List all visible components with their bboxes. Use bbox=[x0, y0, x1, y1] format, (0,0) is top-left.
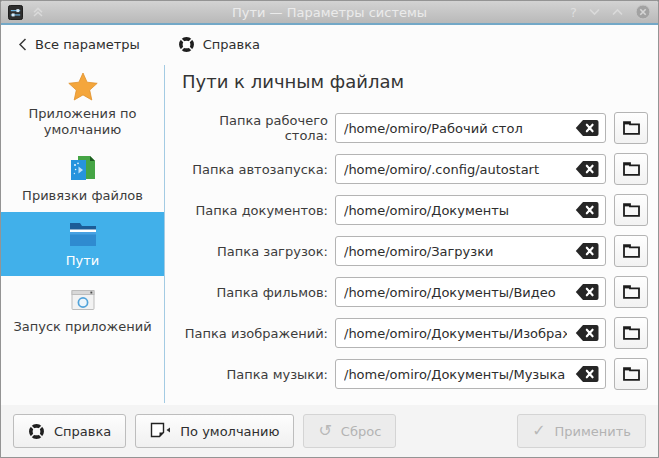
titlebar[interactable]: Пути — Параметры системы ? bbox=[1, 1, 658, 25]
all-settings-button[interactable]: Все параметры bbox=[18, 37, 140, 52]
life-buoy-icon bbox=[28, 423, 45, 440]
clear-text-icon[interactable] bbox=[575, 120, 599, 137]
help-button-label: Справка bbox=[54, 424, 111, 439]
path-input[interactable] bbox=[335, 359, 606, 389]
undo-icon: ↺ bbox=[318, 423, 331, 439]
sidebar-item-label: Приложения по умолчанию bbox=[5, 106, 160, 137]
browse-folder-button[interactable] bbox=[614, 358, 648, 390]
minimize-button[interactable] bbox=[589, 8, 600, 16]
path-label: Папка музыки: bbox=[182, 367, 328, 382]
window-title: Пути — Параметры системы bbox=[1, 5, 658, 20]
document-revert-icon bbox=[150, 422, 171, 440]
page-title: Пути к личным файлам bbox=[182, 71, 648, 92]
life-buoy-icon bbox=[178, 36, 195, 53]
path-input-wrap bbox=[335, 277, 606, 307]
path-label: Папка документов: bbox=[182, 203, 328, 218]
star-icon bbox=[67, 71, 99, 103]
path-row-movies: Папка фильмов: bbox=[182, 276, 648, 308]
clear-text-icon[interactable] bbox=[575, 325, 599, 342]
sidebar: Приложения по умолчанию Привязки файлов bbox=[1, 63, 164, 405]
browse-folder-button[interactable] bbox=[614, 194, 648, 226]
defaults-button[interactable]: По умолчанию bbox=[135, 414, 294, 448]
path-form: Папка рабочего стола: Папка автозапуска: bbox=[182, 112, 648, 390]
path-row-desktop: Папка рабочего стола: bbox=[182, 112, 648, 144]
file-associations-icon bbox=[67, 153, 99, 185]
path-row-documents: Папка документов: bbox=[182, 194, 648, 226]
path-input[interactable] bbox=[335, 236, 606, 266]
path-input-wrap bbox=[335, 154, 606, 184]
path-row-autostart: Папка автозапуска: bbox=[182, 153, 648, 185]
path-input-wrap bbox=[335, 195, 606, 225]
back-chevron-icon bbox=[18, 38, 27, 51]
browse-folder-button[interactable] bbox=[614, 317, 648, 349]
path-input-wrap bbox=[335, 359, 606, 389]
help-button[interactable]: Справка bbox=[13, 414, 126, 448]
check-icon: ✓ bbox=[532, 423, 545, 439]
path-label: Папка автозапуска: bbox=[182, 162, 328, 177]
maximize-button[interactable] bbox=[612, 8, 623, 16]
sidebar-item-label: Пути bbox=[66, 253, 100, 269]
browse-folder-button[interactable] bbox=[614, 153, 648, 185]
keep-above-icon[interactable] bbox=[32, 6, 44, 18]
clear-text-icon[interactable] bbox=[575, 161, 599, 178]
clear-text-icon[interactable] bbox=[575, 284, 599, 301]
reset-button-label: Сброс bbox=[341, 424, 381, 439]
clear-text-icon[interactable] bbox=[575, 243, 599, 260]
path-row-music: Папка музыки: bbox=[182, 358, 648, 390]
clear-text-icon[interactable] bbox=[575, 202, 599, 219]
sidebar-item-paths[interactable]: Пути bbox=[1, 212, 164, 277]
apply-button[interactable]: ✓ Применить bbox=[517, 414, 646, 448]
toolbar-help-label: Справка bbox=[203, 37, 260, 52]
launch-feedback-icon bbox=[67, 284, 99, 316]
path-input-wrap bbox=[335, 318, 606, 348]
main-content: Пути к личным файлам Папка рабочего стол… bbox=[165, 61, 658, 405]
window-icon bbox=[8, 5, 23, 20]
sidebar-item-label: Привязки файлов bbox=[22, 188, 143, 204]
folder-paths-icon bbox=[66, 220, 100, 250]
path-label: Папка рабочего стола: bbox=[182, 113, 328, 143]
all-settings-label: Все параметры bbox=[35, 37, 140, 52]
path-row-pictures: Папка изображений: bbox=[182, 317, 648, 349]
path-label: Папка загрузок: bbox=[182, 244, 328, 259]
toolbar: Все параметры Справка bbox=[1, 25, 658, 63]
path-label: Папка фильмов: bbox=[182, 285, 328, 300]
browse-folder-button[interactable] bbox=[614, 276, 648, 308]
path-input-wrap bbox=[335, 236, 606, 266]
clear-text-icon[interactable] bbox=[575, 366, 599, 383]
sidebar-item-file-associations[interactable]: Привязки файлов bbox=[1, 145, 164, 212]
path-input-wrap bbox=[335, 113, 606, 143]
path-input[interactable] bbox=[335, 195, 606, 225]
apply-button-label: Применить bbox=[555, 424, 631, 439]
path-input[interactable] bbox=[335, 318, 606, 348]
sidebar-item-label: Запуск приложений bbox=[13, 319, 151, 335]
path-input[interactable] bbox=[335, 154, 606, 184]
system-settings-window: Пути — Параметры системы ? Все параметры bbox=[0, 0, 659, 458]
sidebar-item-launch-feedback[interactable]: Запуск приложений bbox=[1, 276, 164, 343]
browse-folder-button[interactable] bbox=[614, 235, 648, 267]
sidebar-item-default-applications[interactable]: Приложения по умолчанию bbox=[1, 63, 164, 145]
reset-button[interactable]: ↺ Сброс bbox=[303, 414, 396, 448]
browse-folder-button[interactable] bbox=[614, 112, 648, 144]
help-window-button[interactable]: ? bbox=[570, 6, 577, 19]
path-input[interactable] bbox=[335, 277, 606, 307]
path-label: Папка изображений: bbox=[182, 326, 328, 341]
path-row-downloads: Папка загрузок: bbox=[182, 235, 648, 267]
defaults-button-label: По умолчанию bbox=[180, 424, 279, 439]
close-button[interactable] bbox=[635, 4, 651, 20]
path-input[interactable] bbox=[335, 113, 606, 143]
toolbar-help-button[interactable]: Справка bbox=[178, 36, 260, 53]
footer-bar: Справка По умолчанию ↺ Сброс ✓ Применить bbox=[1, 405, 658, 457]
